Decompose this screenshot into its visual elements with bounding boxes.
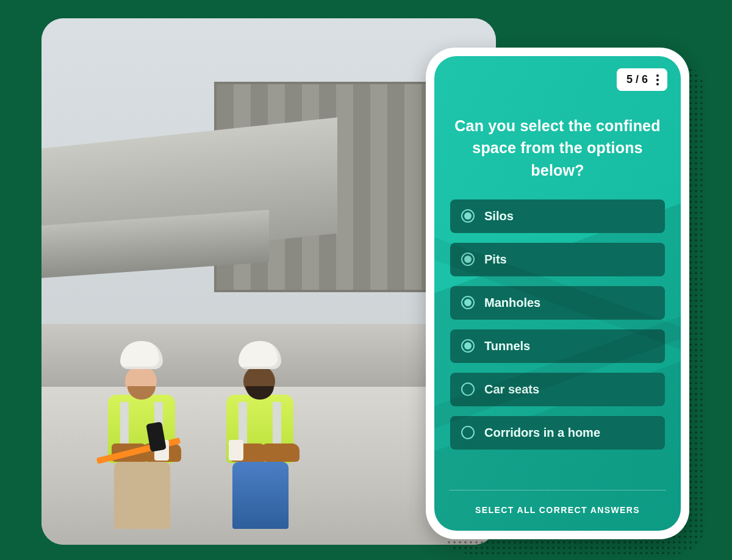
radio-selected-icon [461, 209, 475, 223]
phone-mockup: 5 / 6 Can you select the confined space … [426, 48, 689, 539]
option-silos[interactable]: Silos [450, 199, 665, 233]
options-list: Silos Pits Manholes Tunnels Car seats Co… [434, 199, 681, 450]
option-corridors[interactable]: Corridors in a home [450, 416, 665, 450]
instruction-text: SELECT ALL CORRECT ANSWERS [434, 505, 681, 515]
radio-selected-icon [461, 253, 475, 266]
radio-unselected-icon [461, 382, 475, 396]
progress-label: 5 / 6 [626, 73, 648, 86]
radio-selected-icon [461, 296, 475, 309]
option-label: Manholes [484, 296, 540, 310]
question-text: Can you select the confined space from t… [434, 115, 681, 181]
option-car-seats[interactable]: Car seats [450, 373, 665, 406]
option-tunnels[interactable]: Tunnels [450, 329, 665, 363]
option-label: Corridors in a home [484, 426, 600, 440]
divider [449, 490, 666, 490]
kebab-menu-icon[interactable] [655, 74, 660, 86]
option-label: Pits [484, 253, 507, 267]
option-label: Car seats [484, 382, 539, 397]
radio-selected-icon [461, 339, 475, 353]
option-pits[interactable]: Pits [450, 243, 665, 276]
option-label: Tunnels [484, 339, 530, 353]
radio-unselected-icon [461, 426, 475, 439]
option-label: Silos [484, 209, 514, 223]
option-manholes[interactable]: Manholes [450, 286, 665, 320]
quiz-screen: 5 / 6 Can you select the confined space … [434, 56, 681, 531]
progress-indicator[interactable]: 5 / 6 [617, 68, 667, 91]
